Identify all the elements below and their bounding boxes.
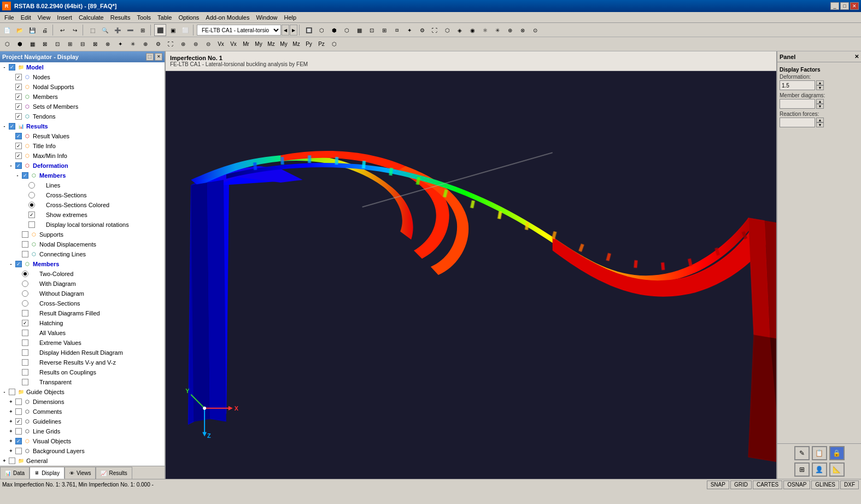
tb-view2[interactable]: ▣: [167, 24, 179, 36]
tree-sets[interactable]: ⬡ Sets of Members: [0, 102, 165, 112]
glines-button[interactable]: GLINES: [811, 480, 839, 489]
tb2-12[interactable]: ⊕: [139, 38, 151, 50]
tree-hatching[interactable]: Hatching: [0, 318, 165, 328]
tree-results[interactable]: 📊 Results: [0, 121, 165, 131]
tb-3d6[interactable]: ⊡: [366, 24, 378, 36]
tab-results[interactable]: 📈 Results: [96, 467, 132, 479]
tb2-last[interactable]: ⬡: [328, 38, 340, 50]
radio-cross-sections[interactable]: [28, 192, 35, 198]
cb-nodal-supports[interactable]: [15, 84, 22, 90]
cb-members2[interactable]: [15, 261, 22, 267]
tb2-4[interactable]: ⊠: [39, 38, 51, 50]
tb2-17[interactable]: ⊝: [202, 38, 214, 50]
expand-members2[interactable]: [8, 261, 14, 267]
cb-reverse-results[interactable]: [22, 359, 28, 366]
panel-grid-button[interactable]: ⊞: [794, 462, 810, 477]
cb-nodes[interactable]: [15, 74, 22, 80]
cb-results[interactable]: [9, 123, 15, 130]
tb2-2[interactable]: ⬢: [14, 38, 26, 50]
tb-redo[interactable]: ↪: [69, 24, 81, 36]
tb-3d17[interactable]: ⊕: [504, 24, 516, 36]
tb-3d11[interactable]: ⛶: [429, 24, 441, 36]
tree-with-diagram[interactable]: With Diagram: [0, 279, 165, 289]
tb2-my2[interactable]: My: [278, 38, 290, 50]
tb2-11[interactable]: ✳: [127, 38, 139, 50]
menu-tools[interactable]: Tools: [133, 13, 154, 22]
menu-calculate[interactable]: Calculate: [75, 13, 107, 22]
tb2-7[interactable]: ⊟: [77, 38, 89, 50]
expand-guide-objects[interactable]: [1, 389, 8, 395]
cartes-button[interactable]: CARTES: [753, 480, 782, 489]
expand-bg-layers[interactable]: [8, 448, 14, 454]
tb2-1[interactable]: ⬡: [1, 38, 13, 50]
radio-with-diagram[interactable]: [22, 280, 28, 287]
tb-save[interactable]: 💾: [26, 24, 38, 36]
menu-table[interactable]: Table: [154, 13, 175, 22]
expand-visual-objects[interactable]: [8, 438, 14, 444]
tab-display[interactable]: 🖥 Display: [30, 467, 65, 479]
tb2-3[interactable]: ▦: [26, 38, 38, 50]
tree-deformation[interactable]: ⬡ Deformation: [0, 161, 165, 171]
menu-file[interactable]: File: [1, 13, 17, 22]
tree-comments[interactable]: ⬡ Comments: [0, 407, 165, 417]
tb2-mr[interactable]: Mr: [240, 38, 252, 50]
cb-sets[interactable]: [15, 103, 22, 110]
deformation-down[interactable]: ▼: [816, 85, 824, 90]
tree-reverse-results[interactable]: Reverse Results V-y and V-z: [0, 358, 165, 367]
tree-guide-objects[interactable]: 📁 Guide Objects: [0, 387, 165, 397]
tree-connecting[interactable]: ⬡ Connecting Lines: [0, 249, 165, 259]
tree-cross-sections-colored[interactable]: Cross-Sections Colored: [0, 200, 165, 210]
menu-view[interactable]: View: [34, 13, 54, 22]
cb-all-values[interactable]: [22, 330, 28, 336]
cb-extreme-values[interactable]: [22, 339, 28, 346]
cb-title-info[interactable]: [15, 143, 22, 149]
tb2-10[interactable]: ✦: [114, 38, 126, 50]
tree-lines[interactable]: Lines: [0, 180, 165, 190]
tree-result-values[interactable]: ⬡ Result Values: [0, 131, 165, 141]
tb-3d7[interactable]: ⊞: [378, 24, 390, 36]
tb2-py[interactable]: Py: [303, 38, 315, 50]
tree-members[interactable]: ⬡ Members: [0, 92, 165, 102]
tab-views[interactable]: 👁 Views: [65, 467, 96, 479]
tree-model[interactable]: 📁 Model: [0, 62, 165, 72]
tb2-16[interactable]: ⊜: [190, 38, 202, 50]
tb-3d1[interactable]: 🔲: [303, 24, 315, 36]
radio-cross-sections-colored[interactable]: [28, 202, 35, 208]
menu-window[interactable]: Window: [253, 13, 280, 22]
tb-undo[interactable]: ↩: [56, 24, 68, 36]
expand-deformation[interactable]: [8, 162, 14, 169]
expand-guidelines[interactable]: [8, 418, 14, 425]
tree-without-diagram[interactable]: Without Diagram: [0, 289, 165, 298]
tb-3d15[interactable]: ⚛: [479, 24, 491, 36]
radio-lines[interactable]: [28, 182, 35, 189]
radio-without-diagram[interactable]: [22, 290, 28, 297]
cb-max-min[interactable]: [15, 153, 22, 159]
tb2-5[interactable]: ⊡: [51, 38, 63, 50]
menu-addon[interactable]: Add-on Modules: [202, 13, 253, 22]
close-button[interactable]: ✕: [850, 2, 859, 10]
member-diagrams-up[interactable]: ▲: [816, 99, 824, 104]
cb-model[interactable]: [9, 64, 15, 71]
snap-button[interactable]: SNAP: [707, 480, 729, 489]
tb-3d10[interactable]: ⚙: [416, 24, 428, 36]
cb-deformation[interactable]: [15, 162, 22, 169]
tb-3d5[interactable]: ▦: [353, 24, 365, 36]
tb-3d9[interactable]: ✦: [403, 24, 415, 36]
tree-show-extremes[interactable]: Show extremes: [0, 210, 165, 220]
cb-members[interactable]: [15, 93, 22, 100]
panel-undock[interactable]: ⬚: [146, 53, 154, 61]
tb-view1[interactable]: ⬛: [154, 24, 166, 36]
tree-results-couplings[interactable]: Results on Couplings: [0, 367, 165, 377]
cb-connecting[interactable]: [22, 251, 28, 257]
tb-print[interactable]: 🖨: [39, 24, 51, 36]
minimize-button[interactable]: _: [830, 2, 839, 10]
dropdown-next[interactable]: ▶: [290, 25, 297, 36]
tb2-mz[interactable]: Mz: [265, 38, 277, 50]
tb-3d2[interactable]: ⬡: [315, 24, 327, 36]
dxf-button[interactable]: DXF: [840, 480, 859, 489]
radio-two-colored[interactable]: [22, 271, 28, 277]
maximize-button[interactable]: □: [840, 2, 849, 10]
dropdown-prev[interactable]: ◀: [282, 25, 289, 36]
expand-results[interactable]: [1, 123, 8, 130]
member-diagrams-input[interactable]: [780, 99, 815, 109]
